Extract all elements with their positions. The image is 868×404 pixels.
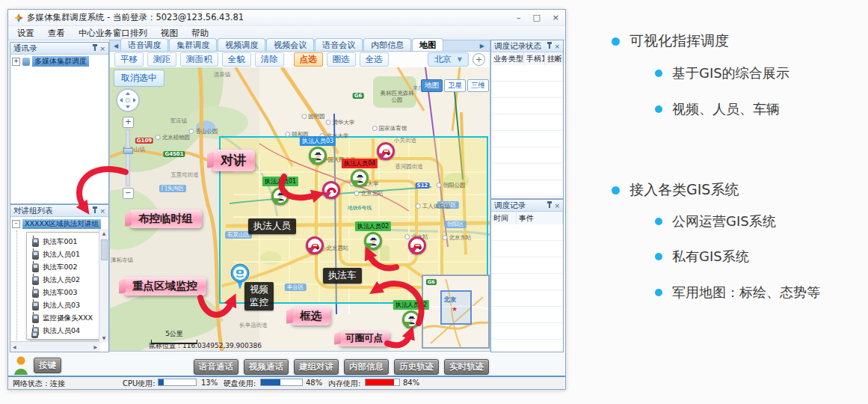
close-icon[interactable]: ×	[554, 43, 560, 50]
zoom-in-icon[interactable]: +	[473, 53, 485, 66]
scroll-right-icon[interactable]: ▶	[93, 344, 97, 349]
menu-item[interactable]: 视图	[161, 28, 178, 39]
close-icon[interactable]: ×	[99, 45, 105, 52]
pin-icon[interactable]	[94, 209, 96, 213]
zoom-plus-icon[interactable]: +	[123, 117, 134, 128]
talkgroup-list-item[interactable]: 执法人员01	[32, 248, 101, 261]
zoom-track[interactable]	[126, 129, 130, 186]
basemap-button[interactable]: 地图	[421, 79, 443, 92]
close-icon[interactable]: ×	[554, 202, 560, 209]
column-header[interactable]: 挂断	[545, 52, 563, 66]
maximize-icon[interactable]: □	[532, 13, 540, 22]
zoom-slider[interactable]: + −	[123, 117, 133, 199]
column-header[interactable]: 时间	[491, 212, 517, 225]
map-tool-button[interactable]: 测面积	[180, 52, 218, 67]
column-header[interactable]: 事件	[517, 212, 563, 225]
zoom-minus-icon[interactable]: −	[123, 188, 134, 199]
menu-item[interactable]: 查看	[48, 28, 65, 39]
map-pin[interactable]: 执法人员02	[402, 310, 420, 336]
select-tool-button[interactable]: 圈选	[327, 52, 356, 67]
menu-item[interactable]: 帮助	[191, 28, 209, 39]
vertical-scrollbar[interactable]: ▲ ▼	[99, 229, 108, 342]
map-tool-button[interactable]: 平移	[114, 52, 144, 67]
overview-minimap[interactable]: G6 北京 ★	[422, 275, 490, 349]
talkgroup-list-item[interactable]: 执法车001	[32, 236, 101, 248]
talkgroup-root-row[interactable]: - XXXXX区域执法对讲组	[10, 218, 108, 230]
action-button[interactable]: 内部信息	[344, 359, 389, 375]
city-select[interactable]: 北京 ▼	[428, 52, 469, 67]
action-button[interactable]: 历史轨迹	[394, 359, 439, 375]
tabs-scroll-left-icon[interactable]: ◀	[113, 43, 120, 51]
select-tool-button[interactable]: 点选	[294, 52, 323, 67]
zoom-handle[interactable]	[123, 148, 133, 154]
column-header[interactable]: 手柄1	[524, 52, 545, 66]
pan-compass[interactable]	[115, 88, 141, 116]
map-pin[interactable]: 执法人员01	[271, 187, 289, 212]
camera-marker[interactable]	[230, 263, 250, 292]
pin-tip	[306, 248, 315, 273]
talkgroup-list-item[interactable]: 执法人员04	[32, 325, 101, 337]
contacts-panel-header[interactable]: 通讯录 ×	[10, 43, 108, 55]
basemap-button[interactable]: 三维	[467, 79, 489, 92]
map-pin[interactable]: 执法人员04	[351, 169, 369, 195]
map-tool-button[interactable]: 测距	[147, 52, 176, 67]
map-tool-button[interactable]: 全貌	[222, 52, 251, 67]
business-tab[interactable]: 地图	[412, 38, 443, 51]
scrollbar-thumb[interactable]	[101, 239, 108, 260]
horizontal-scrollbar[interactable]: ◀ ▶	[10, 341, 99, 352]
close-icon[interactable]: ×	[99, 207, 105, 215]
basemap-button[interactable]: 卫星	[444, 79, 466, 92]
contacts-root-row[interactable]: + 多媒体集群调度	[10, 55, 108, 68]
map-pin[interactable]	[322, 181, 340, 206]
map-pin[interactable]: 执法人员02	[364, 232, 382, 257]
deselect-button[interactable]: 取消选中	[114, 70, 164, 87]
bullet-icon	[655, 253, 662, 260]
pin-icon[interactable]	[94, 46, 96, 51]
expander-icon[interactable]: -	[12, 220, 20, 228]
business-tab[interactable]: 视频调度	[218, 38, 265, 51]
business-tab[interactable]: 视频会议	[266, 38, 314, 51]
map-tool-button[interactable]: 清除	[255, 52, 284, 67]
contacts-panel: 通讯录 × + 多媒体集群调度	[10, 42, 109, 204]
dispatch-status-header[interactable]: 调度记录状态 ×	[491, 40, 563, 52]
talkgroup-list-item[interactable]: 执法车003	[32, 287, 101, 299]
select-tool-button[interactable]: 全选	[360, 52, 389, 67]
talkgroup-list-item[interactable]: 执法车002	[32, 261, 101, 274]
column-header[interactable]: 业务类型	[491, 52, 524, 66]
map-pin[interactable]: 执法人员03	[309, 147, 327, 172]
map-pin[interactable]	[306, 236, 324, 262]
business-tab[interactable]: 集群调度	[169, 38, 217, 51]
pin-icon[interactable]	[549, 203, 550, 208]
ptt-button[interactable]: 按键	[34, 358, 61, 373]
map-pin[interactable]	[377, 142, 395, 168]
scroll-left-icon[interactable]: ◀	[13, 344, 16, 349]
pin-icon[interactable]	[549, 44, 550, 49]
action-button[interactable]: 实时轨迹	[444, 359, 489, 375]
minimize-icon[interactable]: –	[517, 13, 521, 22]
contacts-root-label[interactable]: 多媒体集群调度	[32, 56, 89, 67]
scroll-down-icon[interactable]: ▼	[99, 335, 108, 340]
talkgroup-list-item[interactable]: 执法人员03	[32, 299, 101, 312]
menu-item[interactable]: 中心业务窗口排列	[79, 28, 147, 39]
action-button[interactable]: 建组对讲	[294, 359, 339, 375]
talkgroup-list-item[interactable]: 执法人员02	[32, 274, 101, 287]
tree-guide-line	[16, 230, 17, 340]
title-bar[interactable]: 多媒体集群调度系统 - 当前登录：5023@123.56.43.81 – □ ×	[8, 10, 565, 26]
scroll-up-icon[interactable]: ▲	[99, 230, 108, 236]
talkgroup-root-label[interactable]: XXXXX区域执法对讲组	[22, 219, 101, 229]
map-canvas[interactable]: 温泉镇军庄镇妙峰山镇潭柘寺镇五里坨街道长辛店街道来广营乡香河园街道小关街道门头沟…	[109, 67, 490, 352]
tabs-scroll-right-icon[interactable]: ▶	[479, 43, 487, 51]
business-tab[interactable]: 语音调度	[120, 38, 168, 51]
business-tab[interactable]: 内部信息	[363, 38, 411, 51]
action-button[interactable]: 视频通话	[244, 359, 289, 375]
menu-item[interactable]: 设置	[17, 28, 34, 39]
expander-icon[interactable]: +	[12, 58, 20, 66]
window-title: 多媒体集群调度系统 - 当前登录：5023@123.56.43.81	[27, 12, 244, 23]
dispatch-log-header[interactable]: 调度记录 ×	[491, 200, 563, 212]
talkgroup-panel-header[interactable]: 对讲组列表 ×	[10, 205, 108, 217]
map-pin[interactable]	[408, 236, 426, 262]
close-icon[interactable]: ×	[552, 13, 559, 22]
business-tab[interactable]: 语音会议	[315, 38, 363, 51]
action-button[interactable]: 语音通话	[194, 359, 238, 375]
talkgroup-list-item[interactable]: 监控摄像头XXX	[32, 312, 101, 325]
